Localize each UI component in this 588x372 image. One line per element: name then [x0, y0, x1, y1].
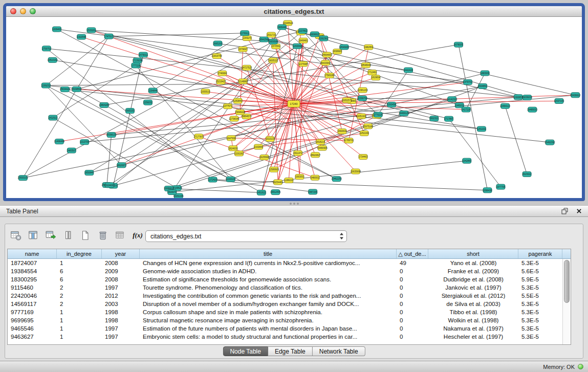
graph-node[interactable]: 19480905 [317, 145, 328, 150]
graph-node[interactable]: 14549081 [339, 45, 350, 50]
cell-in_degree[interactable]: 1 [57, 260, 102, 266]
cell-short[interactable]: de Silva et al. (2003) [428, 301, 518, 307]
graph-node[interactable]: 2759752 [42, 46, 51, 51]
cell-out_degree[interactable]: 0 [397, 317, 428, 323]
show-columns-button[interactable] [27, 229, 40, 242]
graph-node[interactable]: 11789701 [344, 138, 354, 143]
cell-pagerank[interactable]: 5.5E-5 [518, 293, 562, 299]
window-titlebar[interactable]: citations_edges.txt [6, 6, 582, 17]
column-header-short[interactable]: short [428, 249, 518, 258]
select-column-button[interactable] [61, 229, 75, 242]
table-row[interactable]: 1938455462009Genome-wide association stu… [8, 267, 562, 275]
cell-pagerank[interactable]: 5.3E-5 [518, 334, 562, 340]
graph-node[interactable]: 1570561 [271, 44, 280, 49]
graph-node[interactable]: 18942568 [259, 37, 270, 42]
graph-node[interactable]: 2717867 [444, 116, 453, 121]
cell-short[interactable]: Hescheler et al. (1997) [428, 334, 518, 340]
cell-year[interactable]: 2009 [102, 268, 140, 274]
graph-node[interactable]: 1906449 [277, 25, 287, 30]
graph-node[interactable]: 19912435 [270, 190, 281, 195]
graph-node[interactable]: 1734463 [359, 155, 368, 160]
graph-node[interactable]: 26696627 [310, 32, 320, 37]
graph-node[interactable]: 2902322 [430, 116, 439, 121]
add-column-button[interactable] [44, 229, 57, 242]
graph-node[interactable]: 1650846 [85, 170, 94, 176]
graph-node[interactable]: 2256032 [143, 100, 153, 105]
graph-node[interactable]: 13804283 [99, 102, 110, 107]
graph-node[interactable]: 2623022 [522, 171, 532, 177]
graph-node[interactable]: 15492392 [545, 140, 555, 145]
graph-node[interactable]: 2770225 [374, 112, 383, 117]
cell-title[interactable]: Embryonic stem cells: a model to study s… [140, 334, 397, 340]
cell-year[interactable]: 1997 [102, 285, 140, 291]
graph-node[interactable]: 11379387 [298, 61, 308, 67]
cell-short[interactable]: Franke et al. (2009) [428, 268, 518, 274]
cell-pagerank[interactable]: 5.3E-5 [518, 285, 562, 291]
scrollbar-thumb[interactable] [564, 260, 570, 303]
cell-short[interactable]: Yano et al. (2008) [428, 260, 518, 266]
graph-node[interactable]: 22798345 [229, 116, 240, 121]
graph-node[interactable]: 12589905 [269, 167, 279, 172]
graph-node[interactable]: 1849481 [299, 38, 308, 43]
graph-node[interactable]: 2163656 [254, 144, 263, 149]
column-header-year[interactable]: year [102, 249, 140, 258]
column-header-title[interactable]: title [140, 249, 397, 258]
graph-node[interactable]: 20462250 [332, 177, 342, 182]
cell-in_degree[interactable]: 1 [57, 334, 102, 340]
cell-out_degree[interactable]: 0 [397, 268, 428, 274]
graph-node[interactable]: 1063051 [295, 174, 304, 180]
graph-node[interactable]: 1251031 [477, 126, 486, 132]
table-row[interactable]: 911546021997Tourette syndrome. Phenomeno… [8, 283, 562, 292]
graph-node[interactable]: 21819799 [212, 54, 223, 59]
graph-node[interactable]: 18926972 [116, 163, 127, 168]
graph-node[interactable]: 17240 [288, 101, 300, 107]
graph-node[interactable]: 1647938 [227, 136, 236, 141]
zoom-window-button[interactable] [30, 8, 36, 14]
graph-node[interactable]: 22381203 [358, 87, 368, 93]
cell-title[interactable]: Investigating the contribution of common… [140, 293, 397, 299]
table-options-button[interactable] [9, 229, 23, 242]
graph-node[interactable]: 20052571 [342, 98, 353, 103]
tab-node-table[interactable]: Node Table [223, 346, 268, 356]
cell-name[interactable]: 14569117 [8, 301, 57, 307]
graph-node[interactable]: 20930102 [18, 176, 29, 181]
cell-year[interactable]: 1998 [102, 317, 140, 323]
graph-node[interactable]: 28920827 [310, 152, 321, 158]
graph-node[interactable]: 23104067 [104, 183, 115, 188]
cell-pagerank[interactable]: 5.3E-5 [518, 325, 562, 332]
cell-title[interactable]: Estimation of the future numbers of pati… [140, 325, 397, 332]
cell-short[interactable]: Nakamura et al. (1997) [428, 325, 518, 332]
cell-in_degree[interactable]: 2 [57, 293, 102, 299]
graph-node[interactable]: 2660634 [338, 129, 347, 134]
graph-node[interactable]: 1077571 [223, 104, 232, 109]
graph-node[interactable]: 2480932 [311, 175, 320, 180]
import-table-button[interactable] [114, 229, 127, 242]
cell-year[interactable]: 1997 [102, 325, 140, 332]
column-header-in_degree[interactable]: in_degree [57, 249, 102, 258]
graph-node[interactable]: 2293668 [293, 43, 302, 49]
graph-node[interactable]: 11537143 [554, 98, 564, 103]
cell-name[interactable]: 9777169 [8, 309, 57, 315]
graph-node[interactable]: 1288220 [285, 178, 294, 183]
graph-node[interactable]: 2442428 [404, 68, 413, 73]
graph-node[interactable]: 28254461 [273, 180, 284, 185]
graph-node[interactable]: 2262361 [319, 36, 329, 41]
cell-name[interactable]: 9465546 [8, 325, 57, 332]
cell-title[interactable]: Structural magnetic resonance image aver… [140, 317, 397, 323]
graph-node[interactable]: 2098438 [483, 188, 492, 193]
cell-out_degree[interactable]: 0 [397, 293, 428, 299]
graph-node[interactable]: 1818214 [316, 139, 325, 144]
graph-node[interactable]: 1013706 [80, 140, 89, 145]
graph-node[interactable]: 1009463 [52, 27, 61, 32]
cell-in_degree[interactable]: 6 [57, 276, 102, 282]
graph-node[interactable]: 18548046 [361, 62, 372, 68]
graph-node[interactable]: 15436622 [570, 93, 581, 98]
cell-in_degree[interactable]: 6 [57, 268, 102, 274]
table-row[interactable]: 946554611997Estimation of the future num… [8, 324, 562, 333]
graph-node[interactable]: 2299252 [41, 83, 51, 88]
column-header-pagerank[interactable]: pagerank [518, 249, 562, 258]
graph-node[interactable]: 1777226 [132, 63, 141, 68]
graph-node[interactable]: 14727523 [242, 65, 252, 70]
graph-node[interactable]: 2293458 [387, 102, 396, 107]
graph-node[interactable]: 25975180 [363, 124, 374, 129]
